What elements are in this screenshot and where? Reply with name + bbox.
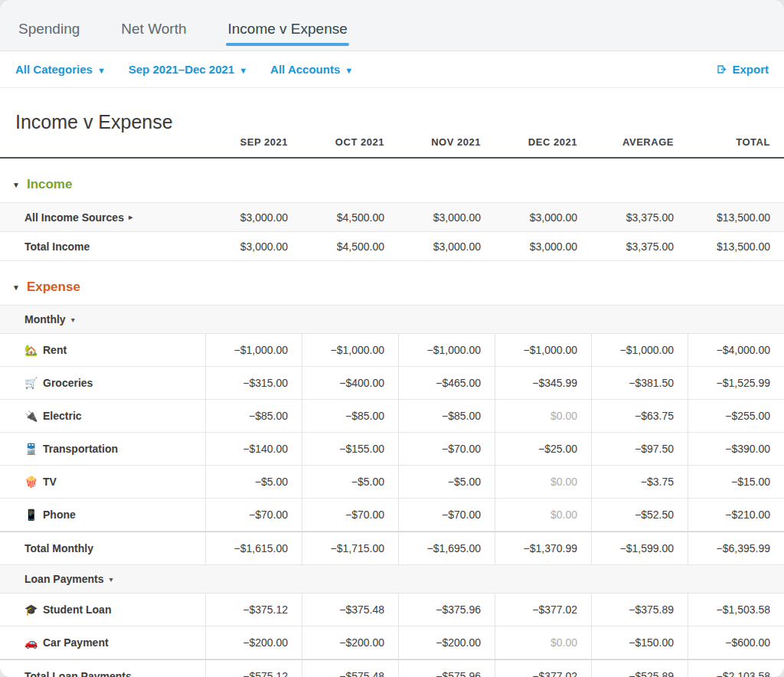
value-cell: −$600.00 xyxy=(688,626,784,659)
report-main: Income v Expense SEP 2021OCT 2021NOV 202… xyxy=(0,88,784,677)
value-cell: −$1,525.99 xyxy=(688,367,784,399)
collapse-triangle-icon: ▾ xyxy=(109,575,113,584)
value-cell: −$5.00 xyxy=(398,466,495,498)
value-cell: −$140.00 xyxy=(205,433,302,465)
row-label[interactable]: 🛒Groceries xyxy=(0,367,205,399)
categories-filter-label: All Categories xyxy=(15,63,93,76)
value-cell: $13,500.00 xyxy=(688,232,784,260)
value-cell: $3,000.00 xyxy=(205,232,302,260)
row-label-text: Car Payment xyxy=(43,636,109,649)
row-label[interactable]: 🔌Electric xyxy=(0,400,205,432)
accounts-filter-label: All Accounts xyxy=(270,63,340,76)
collapse-triangle-icon: ▼ xyxy=(12,181,20,189)
value-cell: $3,375.00 xyxy=(591,203,688,231)
value-cell: −$375.89 xyxy=(591,594,688,626)
row-label[interactable]: 🍿TV xyxy=(0,466,205,498)
categories-filter[interactable]: All Categories ▼ xyxy=(15,63,106,76)
tab-spending[interactable]: Spending xyxy=(17,0,81,51)
value-cell: $0.00 xyxy=(495,626,591,659)
column-header-sep-2021: SEP 2021 xyxy=(205,136,302,148)
value-cell: −$375.96 xyxy=(398,594,495,626)
row-label-text: TV xyxy=(43,476,57,488)
tab-income-v-expense[interactable]: Income v Expense xyxy=(226,0,348,51)
value-cell: −$390.00 xyxy=(688,433,784,465)
chevron-down-icon: ▼ xyxy=(97,66,106,75)
value-cell: −$525.89 xyxy=(591,660,688,677)
row-label-text: Groceries xyxy=(43,377,93,389)
tab-net-worth[interactable]: Net Worth xyxy=(119,0,188,51)
category-icon: 🔌 xyxy=(24,410,43,422)
row-electric: 🔌Electric−$85.00−$85.00−$85.00$0.00−$63.… xyxy=(0,400,784,433)
date-range-filter-label: Sep 2021–Dec 2021 xyxy=(129,63,234,76)
value-cell: −$3.75 xyxy=(591,466,688,498)
report-table: ▼IncomeAll Income Sources▸$3,000.00$4,50… xyxy=(0,159,784,677)
value-cell: −$1,599.00 xyxy=(591,532,688,564)
column-header-oct-2021: OCT 2021 xyxy=(302,136,398,148)
column-header-row: SEP 2021OCT 2021NOV 2021DEC 2021AVERAGET… xyxy=(0,136,784,159)
value-cell: −$1,370.99 xyxy=(495,532,591,564)
value-cell: −$400.00 xyxy=(302,367,398,399)
value-cell: −$575.96 xyxy=(398,660,495,677)
category-icon: 🏡 xyxy=(24,344,43,356)
value-cell: −$85.00 xyxy=(205,400,302,432)
accounts-filter[interactable]: All Accounts ▼ xyxy=(270,63,353,76)
row-label[interactable]: 🏡Rent xyxy=(0,334,205,366)
category-icon: 🚗 xyxy=(24,636,43,649)
row-label[interactable]: 🎓Student Loan xyxy=(0,594,205,626)
expand-triangle-icon: ▸ xyxy=(129,212,133,222)
app-card: SpendingNet WorthIncome v Expense All Ca… xyxy=(0,0,784,677)
value-cell: $0.00 xyxy=(495,466,591,498)
row-total-label: Total Loan Payments xyxy=(0,660,205,677)
value-cell: −$1,000.00 xyxy=(205,334,302,366)
value-cell: −$15.00 xyxy=(688,466,784,498)
page-title: Income v Expense xyxy=(0,88,784,136)
row-label[interactable]: 🚆Transportation xyxy=(0,433,205,465)
value-cell: −$4,000.00 xyxy=(688,334,784,366)
row-label[interactable]: All Income Sources▸ xyxy=(0,203,205,231)
date-range-filter[interactable]: Sep 2021–Dec 2021 ▼ xyxy=(129,63,247,76)
value-cell: −$63.75 xyxy=(591,400,688,432)
value-cell: −$375.12 xyxy=(205,594,302,626)
report-tabs: SpendingNet WorthIncome v Expense xyxy=(0,0,784,51)
group-header-loan-payments[interactable]: Loan Payments▾ xyxy=(0,565,784,594)
category-icon: 🚆 xyxy=(24,443,43,455)
chevron-down-icon: ▼ xyxy=(239,66,247,75)
value-cell: −$200.00 xyxy=(398,626,495,659)
group-header-monthly[interactable]: Monthly▾ xyxy=(0,306,784,334)
group-header-label: Monthly xyxy=(24,313,66,325)
value-cell: −$85.00 xyxy=(302,400,398,432)
row-label[interactable]: 📱Phone xyxy=(0,499,205,531)
collapse-triangle-icon: ▾ xyxy=(71,316,75,324)
value-cell: −$1,000.00 xyxy=(495,334,591,366)
section-header-expense[interactable]: ▼Expense xyxy=(0,261,784,306)
row-tv: 🍿TV−$5.00−$5.00−$5.00$0.00−$3.75−$15.00 xyxy=(0,466,784,499)
row-label-text: Phone xyxy=(43,509,76,521)
row-label-text: All Income Sources xyxy=(24,211,124,224)
export-icon xyxy=(716,64,727,75)
category-icon: 🛒 xyxy=(24,377,43,389)
row-label-text: Total Monthly xyxy=(24,542,93,554)
total-row-total-monthly: Total Monthly−$1,615.00−$1,715.00−$1,695… xyxy=(0,531,784,565)
value-cell: −$85.00 xyxy=(398,400,495,432)
row-label[interactable]: 🚗Car Payment xyxy=(0,626,205,659)
row-rent: 🏡Rent−$1,000.00−$1,000.00−$1,000.00−$1,0… xyxy=(0,334,784,367)
export-button[interactable]: Export xyxy=(716,63,769,76)
collapse-triangle-icon: ▼ xyxy=(12,283,20,292)
row-total-label: Total Monthly xyxy=(0,532,205,564)
section-label: Expense xyxy=(27,280,80,295)
value-cell: −$1,715.00 xyxy=(302,532,398,564)
value-cell: −$150.00 xyxy=(591,626,688,659)
value-cell: $13,500.00 xyxy=(688,203,784,231)
row-phone: 📱Phone−$70.00−$70.00−$70.00$0.00−$52.50−… xyxy=(0,499,784,531)
value-cell: −$155.00 xyxy=(302,433,398,465)
row-student-loan: 🎓Student Loan−$375.12−$375.48−$375.96−$3… xyxy=(0,594,784,626)
value-cell: −$315.00 xyxy=(205,367,302,399)
section-label: Income xyxy=(27,177,73,192)
value-cell: −$377.02 xyxy=(495,594,591,626)
value-cell: −$1,000.00 xyxy=(398,334,495,366)
total-row-total-loan-payments: Total Loan Payments−$575.12−$575.48−$575… xyxy=(0,659,784,677)
section-header-income[interactable]: ▼Income xyxy=(0,159,784,203)
category-icon: 🎓 xyxy=(24,603,43,616)
category-icon: 📱 xyxy=(24,509,43,521)
column-header-nov-2021: NOV 2021 xyxy=(398,136,495,148)
